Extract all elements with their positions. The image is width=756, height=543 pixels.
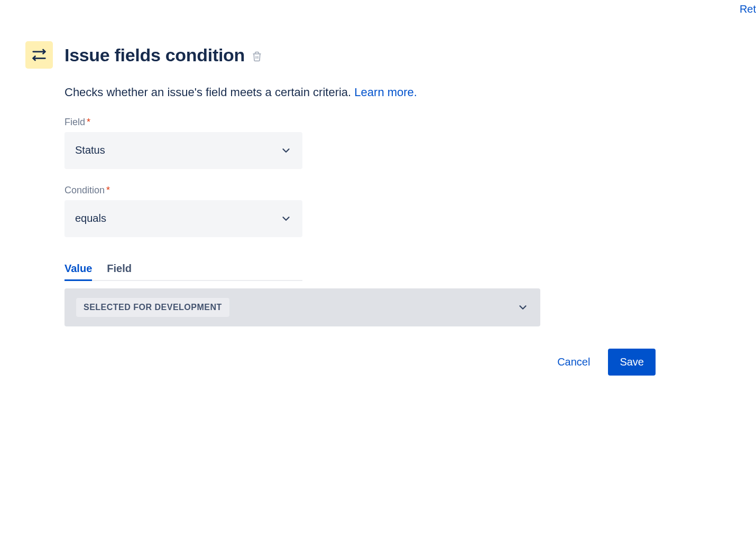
footer-buttons: Cancel Save bbox=[25, 349, 656, 376]
tab-value[interactable]: Value bbox=[64, 263, 92, 280]
header-row: Issue fields condition bbox=[25, 41, 666, 69]
field-select[interactable]: Status bbox=[64, 132, 302, 169]
return-link[interactable]: Ret bbox=[740, 3, 756, 15]
cancel-button[interactable]: Cancel bbox=[548, 349, 600, 376]
learn-more-link[interactable]: Learn more. bbox=[354, 86, 417, 99]
content-body: Checks whether an issue's field meets a … bbox=[64, 85, 666, 326]
tab-field[interactable]: Field bbox=[107, 263, 132, 280]
field-select-value: Status bbox=[75, 144, 105, 156]
save-button[interactable]: Save bbox=[608, 349, 656, 376]
main-container: Issue fields condition Checks whether an… bbox=[0, 0, 687, 397]
condition-icon bbox=[25, 41, 53, 69]
field-group-field: Field* Status bbox=[64, 117, 666, 169]
tabs: Value Field bbox=[64, 263, 302, 281]
value-chip: SELECTED FOR DEVELOPMENT bbox=[76, 298, 229, 317]
chevron-down-icon bbox=[517, 302, 529, 313]
chevron-down-icon bbox=[280, 145, 292, 156]
description: Checks whether an issue's field meets a … bbox=[64, 85, 666, 101]
value-select[interactable]: SELECTED FOR DEVELOPMENT bbox=[64, 288, 540, 326]
condition-label: Condition* bbox=[64, 185, 666, 196]
chevron-down-icon bbox=[280, 213, 292, 224]
field-group-condition: Condition* equals bbox=[64, 185, 666, 237]
page-title: Issue fields condition bbox=[64, 45, 262, 65]
delete-icon[interactable] bbox=[252, 51, 262, 62]
condition-select-value: equals bbox=[75, 212, 106, 224]
condition-select[interactable]: equals bbox=[64, 200, 302, 237]
field-label: Field* bbox=[64, 117, 666, 128]
